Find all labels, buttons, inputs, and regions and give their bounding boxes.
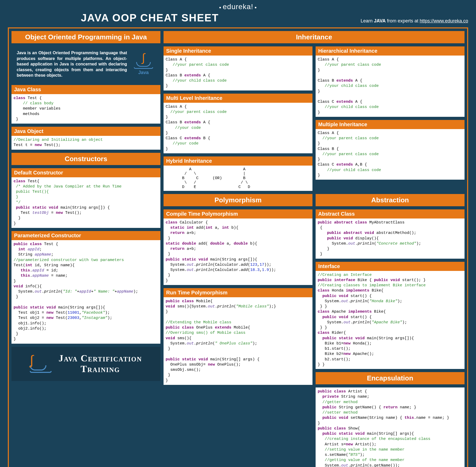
hierarchical-code: Class A { //your parent class code } Cla… <box>316 56 465 117</box>
inheritance-title: Inheritance <box>164 31 465 43</box>
intro-text: Java is an Object Oriented Programming l… <box>17 50 127 78</box>
learn-prefix: Learn <box>360 18 374 23</box>
multiple-inh-title: Multiple Inheritance <box>316 120 465 129</box>
right-wrap: Inheritance Single Inheritance Class A {… <box>164 31 465 467</box>
page-title: JAVA OOP CHEAT SHEET <box>81 12 219 24</box>
brand-header: edureka! <box>8 3 468 11</box>
multi-level-title: Multi Level Inheritance <box>164 94 312 103</box>
interface-title: Interface <box>316 262 465 271</box>
abstract-class-code: public abstract class MyAbstractClass { … <box>316 219 465 259</box>
encapsulation-code: public class Artist { private String nam… <box>316 387 465 467</box>
cert-java-icon: ∫ <box>30 355 52 373</box>
java-logo-icon: ∫ Java <box>132 52 155 76</box>
learn-suffix: from experts at <box>386 18 420 23</box>
abstract-class-title: Abstract Class <box>316 209 465 219</box>
runtime-poly-code: public class Mobile{ void sms(){System.o… <box>164 297 312 385</box>
interface-code: //Creating an Interface public interface… <box>316 271 465 369</box>
single-inh-title: Single Inheritance <box>164 46 312 56</box>
java-logo-label: Java <box>138 70 149 75</box>
param-ctor-title: Parameterized Constructor <box>11 231 160 240</box>
compile-poly-code: class Calculator { static int add(int a,… <box>164 219 312 285</box>
java-class-title: Java Class <box>11 85 160 94</box>
abstraction-title: Abstraction <box>316 194 465 206</box>
certification-banner: ∫ Java CertificationTraining <box>11 347 160 381</box>
oop-title: Object Oriented Programming in Java <box>11 31 160 43</box>
learn-url[interactable]: https://www.edureka.co <box>420 18 468 23</box>
java-object-code: //Declaring and Initializing an object T… <box>11 136 160 150</box>
single-inh-code: Class A { //your parent class code } Cla… <box>164 56 312 90</box>
param-ctor-code: public class Test { int appId; String ap… <box>11 240 160 344</box>
encapsulation-title: Encapsulation <box>316 372 465 384</box>
learn-link-text: Learn JAVA from experts at https://www.e… <box>360 18 468 24</box>
multiple-inh-code: Class A { //your parent class code } Cla… <box>316 129 465 180</box>
constructors-title: Constructors <box>11 153 160 165</box>
hybrid-diagram: A A / \ | B C (OR) B \ / / \ D E C D <box>164 166 312 191</box>
java-object-title: Java Object <box>11 127 160 136</box>
runtime-poly-title: Run Time Polymorphism <box>164 288 312 297</box>
content-frame: Object Oriented Programming in Java Java… <box>8 27 468 467</box>
java-class-code: class Test { // class body member variab… <box>11 94 160 124</box>
default-ctor-title: Default Constructor <box>11 168 160 177</box>
intro-box: Java is an Object Oriented Programming l… <box>11 46 160 82</box>
learn-strong: JAVA <box>374 18 386 23</box>
hierarchical-title: Hierarchical Inheritance <box>316 46 465 56</box>
hybrid-title: Hybrid Inheritance <box>164 156 312 166</box>
cert-text: Java CertificationTraining <box>58 353 142 375</box>
compile-poly-title: Compile Time Polymorphism <box>164 209 312 219</box>
poly-title: Polymorphism <box>164 194 312 206</box>
col-left: Object Oriented Programming in Java Java… <box>11 31 160 467</box>
multi-level-code: Class A { //your parent class code } Cla… <box>164 103 312 153</box>
default-ctor-code: class Test{ /* Added by the Java Compile… <box>11 177 160 228</box>
header-row: JAVA OOP CHEAT SHEET Learn JAVA from exp… <box>8 12 468 24</box>
